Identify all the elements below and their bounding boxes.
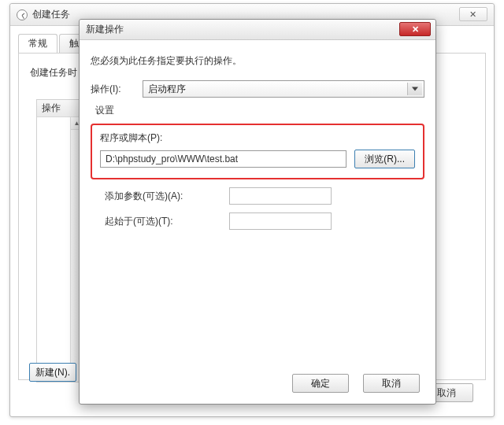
startin-label: 起始于(可选)(T): [105, 215, 223, 228]
action-row: 操作(I): 启动程序 [91, 80, 424, 98]
program-label: 程序或脚本(P): [100, 131, 415, 145]
startin-input[interactable] [229, 213, 332, 230]
new-action-body: 您必须为此任务指定要执行的操作。 操作(I): 启动程序 设置 程序或脚本(P)… [91, 48, 424, 364]
action-combobox[interactable]: 启动程序 [143, 80, 424, 98]
startin-row: 起始于(可选)(T): [105, 213, 424, 230]
ok-button[interactable]: 确定 [292, 374, 349, 393]
create-task-title: 创建任务 [32, 8, 70, 21]
new-button[interactable]: 新建(N). [29, 363, 76, 382]
program-path-input[interactable] [100, 150, 346, 168]
clock-icon [17, 9, 28, 20]
action-value: 启动程序 [148, 83, 186, 96]
action-list[interactable]: 操作 ▲ [36, 99, 83, 382]
new-action-dialog: 新建操作 ✕ 您必须为此任务指定要执行的操作。 操作(I): 启动程序 设置 程… [79, 19, 436, 405]
close-icon[interactable]: ✕ [399, 22, 431, 36]
close-icon[interactable]: ✕ [459, 7, 487, 21]
action-list-header: 操作 [37, 100, 83, 117]
new-action-titlebar[interactable]: 新建操作 ✕ [80, 20, 435, 40]
settings-label: 设置 [95, 104, 424, 117]
action-label: 操作(I): [91, 83, 143, 96]
args-row: 添加参数(可选)(A): [105, 187, 424, 205]
tab-general[interactable]: 常规 [18, 34, 57, 53]
args-input[interactable] [229, 187, 332, 205]
browse-button[interactable]: 浏览(R)... [354, 150, 415, 168]
program-highlight-box: 程序或脚本(P): 浏览(R)... [91, 124, 424, 179]
cancel-button[interactable]: 取消 [363, 374, 420, 393]
args-label: 添加参数(可选)(A): [105, 190, 223, 203]
dialog-buttons: 确定 取消 [292, 374, 420, 393]
new-action-title: 新建操作 [86, 23, 124, 36]
chevron-down-icon [412, 87, 418, 91]
intro-text: 您必须为此任务指定要执行的操作。 [91, 54, 424, 68]
